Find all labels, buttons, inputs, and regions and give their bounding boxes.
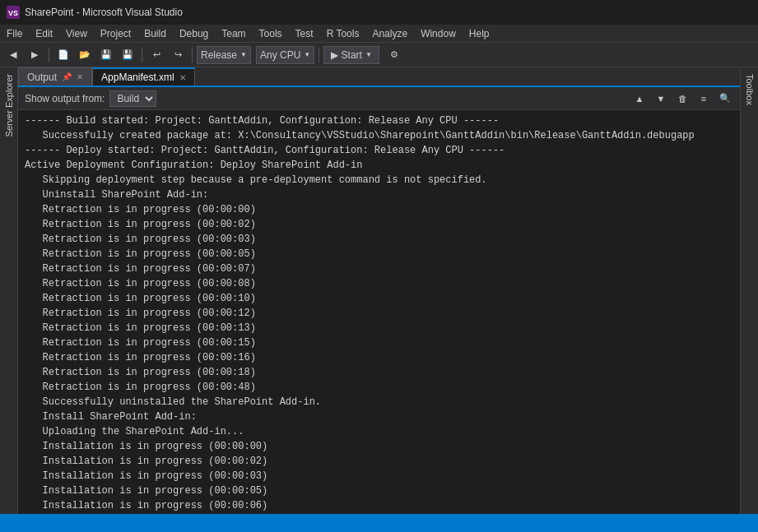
forward-button[interactable]: ▶ — [25, 46, 44, 64]
menu-debug[interactable]: Debug — [173, 25, 215, 42]
menu-rtools[interactable]: R Tools — [320, 25, 366, 42]
menu-tools[interactable]: Tools — [253, 25, 289, 42]
platform-label: Any CPU — [260, 49, 300, 61]
tab-appmanifest-close[interactable]: ✕ — [179, 73, 186, 82]
tab-output-label: Output — [27, 72, 57, 83]
platform-dropdown[interactable]: Any CPU ▼ — [256, 46, 314, 64]
output-source-dropdown[interactable]: Build — [109, 90, 156, 107]
menu-bar: File Edit View Project Build Debug Team … — [0, 25, 758, 43]
start-button[interactable]: ▶ Start ▼ — [323, 46, 379, 64]
menu-analyze[interactable]: Analyze — [365, 25, 414, 42]
clear-btn[interactable]: 🗑 — [674, 90, 691, 107]
menu-help[interactable]: Help — [463, 25, 496, 42]
find-btn[interactable]: 🔍 — [717, 90, 733, 107]
server-explorer-label[interactable]: Server Explorer — [4, 67, 14, 143]
output-panel: Show output from: Build ▲ ▼ 🗑 ≡ 🔍 ------… — [18, 87, 740, 514]
toolbar-separator-1 — [49, 48, 49, 62]
svg-text:VS: VS — [8, 9, 18, 17]
menu-view[interactable]: View — [59, 25, 94, 42]
start-label: ▶ Start — [331, 49, 362, 61]
toolbox-label[interactable]: Toolbox — [745, 67, 755, 112]
main-area: Server Explorer Output 📌 ✕ AppManifest.x… — [0, 67, 758, 514]
output-content: ------ Build started: Project: GanttAddi… — [18, 110, 740, 514]
extra-btn[interactable]: ⚙ — [384, 46, 404, 64]
back-button[interactable]: ◀ — [3, 46, 23, 64]
start-arrow: ▼ — [365, 51, 372, 58]
menu-test[interactable]: Test — [289, 25, 320, 42]
save-button[interactable]: 💾 — [96, 46, 116, 64]
menu-build[interactable]: Build — [137, 25, 173, 42]
toolbar-separator-3 — [192, 48, 193, 62]
right-sidebar: Toolbox — [740, 67, 758, 514]
undo-button[interactable]: ↩ — [146, 46, 166, 64]
open-button[interactable]: 📂 — [75, 46, 95, 64]
word-wrap-btn[interactable]: ≡ — [695, 90, 712, 107]
configuration-dropdown[interactable]: Release ▼ — [197, 46, 251, 64]
tab-output-close[interactable]: ✕ — [77, 72, 83, 81]
redo-button[interactable]: ↪ — [168, 46, 188, 64]
new-project-button[interactable]: 📄 — [53, 46, 73, 64]
show-output-label: Show output from: — [25, 93, 105, 104]
app-icon: VS — [7, 6, 20, 19]
tab-appmanifest[interactable]: AppManifest.xml ✕ — [92, 67, 195, 86]
scroll-down-btn[interactable]: ▼ — [653, 90, 669, 107]
configuration-arrow: ▼ — [240, 51, 247, 58]
pin-icon[interactable]: 📌 — [62, 72, 72, 81]
save-all-button[interactable]: 💾 — [118, 46, 137, 64]
toolbar: ◀ ▶ 📄 📂 💾 💾 ↩ ↪ Release ▼ Any CPU ▼ ▶ St… — [0, 43, 758, 67]
menu-edit[interactable]: Edit — [29, 25, 59, 42]
platform-arrow: ▼ — [304, 51, 310, 58]
title-bar: VS SharePoint - Microsoft Visual Studio — [0, 0, 758, 25]
output-toolbar: Show output from: Build ▲ ▼ 🗑 ≡ 🔍 — [18, 87, 740, 110]
toolbar-separator-2 — [142, 48, 142, 62]
configuration-label: Release — [201, 49, 237, 61]
tab-output[interactable]: Output 📌 ✕ — [18, 67, 92, 86]
content-area: Output 📌 ✕ AppManifest.xml ✕ Show output… — [18, 67, 740, 514]
menu-window[interactable]: Window — [414, 25, 463, 42]
menu-project[interactable]: Project — [94, 25, 137, 42]
menu-file[interactable]: File — [0, 25, 29, 42]
tab-appmanifest-label: AppManifest.xml — [101, 72, 174, 83]
title-text: SharePoint - Microsoft Visual Studio — [25, 7, 183, 18]
tab-bar: Output 📌 ✕ AppManifest.xml ✕ — [18, 67, 740, 87]
scroll-up-btn[interactable]: ▲ — [631, 90, 648, 107]
toolbar-separator-4 — [319, 48, 319, 62]
status-bar — [0, 514, 758, 532]
menu-team[interactable]: Team — [215, 25, 252, 42]
left-sidebar: Server Explorer — [0, 67, 18, 514]
